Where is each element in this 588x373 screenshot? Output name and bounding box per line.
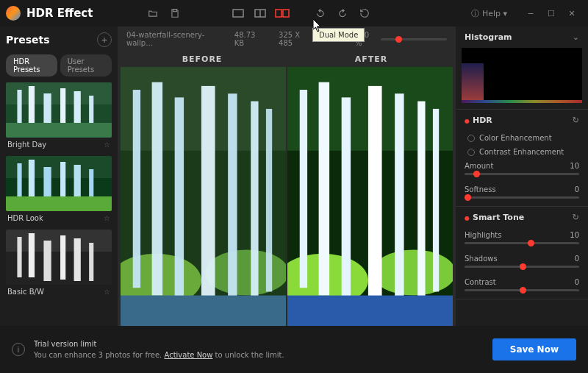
undo-button[interactable] <box>310 4 331 22</box>
svg-rect-43 <box>121 296 286 326</box>
svg-rect-14 <box>6 123 112 138</box>
file-dims: 325 X 485 <box>279 31 312 47</box>
chevron-down-icon: ⌄ <box>573 32 579 42</box>
amount-label: Amount <box>465 162 493 170</box>
preset-item[interactable]: Basic B/W☆ <box>6 230 112 299</box>
add-preset-button[interactable]: + <box>97 32 112 47</box>
center-pane: 04-waterfall-scenery-wallp… 48.73 KB 325… <box>118 26 456 326</box>
app-title: HDR Effect <box>26 7 93 20</box>
svg-rect-27 <box>29 233 35 277</box>
minimize-button[interactable]: ─ <box>520 3 541 24</box>
preset-name: Basic B/W <box>7 288 44 296</box>
softness-label: Softness <box>465 185 496 193</box>
svg-rect-29 <box>60 235 65 280</box>
preset-thumb <box>6 82 112 138</box>
svg-rect-37 <box>152 82 162 296</box>
preset-thumb <box>6 230 112 285</box>
contrast-value: 0 <box>575 278 579 286</box>
contrast-enhancement-option[interactable]: Contrast Enhancement <box>456 145 588 159</box>
trial-text: You can enhance 3 photos for free. <box>34 351 164 359</box>
svg-rect-51 <box>368 86 382 315</box>
softness-value: 0 <box>575 185 579 193</box>
svg-rect-50 <box>342 97 351 303</box>
contrast-label: Contrast <box>465 278 496 286</box>
save-file-button[interactable] <box>165 4 185 22</box>
after-image[interactable] <box>287 67 453 326</box>
preset-name: Bright Day <box>7 141 46 149</box>
favorite-icon[interactable]: ☆ <box>104 288 110 296</box>
svg-rect-55 <box>287 296 453 326</box>
before-image[interactable] <box>121 67 286 326</box>
svg-rect-40 <box>228 93 237 307</box>
hdr-header[interactable]: HDR ↻ <box>456 110 588 131</box>
favorite-icon[interactable]: ☆ <box>104 214 110 222</box>
activate-link[interactable]: Activate Now <box>164 351 212 359</box>
preset-item[interactable]: HDR Look☆ <box>6 156 112 225</box>
reset-button[interactable] <box>354 4 375 22</box>
tooltip: Dual Mode <box>312 28 365 42</box>
shadows-label: Shadows <box>465 255 498 263</box>
close-button[interactable]: ✕ <box>562 3 582 24</box>
svg-rect-52 <box>395 93 404 307</box>
svg-point-47 <box>372 249 453 295</box>
svg-rect-1 <box>233 10 243 17</box>
favorite-icon[interactable]: ☆ <box>104 141 110 149</box>
reset-icon[interactable]: ↻ <box>573 213 579 222</box>
highlights-label: Highlights <box>465 231 501 239</box>
svg-rect-30 <box>74 238 81 281</box>
presets-sidebar: Presets + HDR Presets User Presets Brigh… <box>0 26 118 326</box>
amount-value: 10 <box>570 162 579 170</box>
highlights-value: 10 <box>570 231 579 239</box>
view-dual-button[interactable] <box>272 4 293 22</box>
app-logo <box>6 6 21 21</box>
preset-item[interactable]: Bright Day☆ <box>6 82 112 152</box>
svg-rect-5 <box>283 10 289 17</box>
reset-icon[interactable]: ↻ <box>573 116 579 125</box>
preset-name: HDR Look <box>7 214 43 222</box>
maximize-button[interactable]: ☐ <box>541 3 562 24</box>
tab-hdr-presets[interactable]: HDR Presets <box>6 54 57 77</box>
tab-user-presets[interactable]: User Presets <box>60 54 112 77</box>
svg-rect-31 <box>89 243 93 281</box>
right-panel: Histogram ⌄ HDR ↻ Color Enhancement Cont… <box>456 26 588 326</box>
open-folder-button[interactable] <box>143 4 163 22</box>
svg-rect-42 <box>266 109 272 291</box>
svg-rect-41 <box>251 102 258 299</box>
svg-rect-26 <box>17 237 21 277</box>
svg-point-35 <box>205 249 286 295</box>
title-bar: HDR Effect ⓘ Help ▾ ─ ☐ ✕ <box>0 0 588 26</box>
help-menu[interactable]: ⓘ Help ▾ <box>471 8 507 19</box>
svg-rect-0 <box>173 10 177 12</box>
svg-rect-54 <box>433 109 439 291</box>
svg-rect-23 <box>6 196 112 211</box>
svg-rect-53 <box>417 102 425 299</box>
contrast-slider[interactable] <box>465 289 579 291</box>
bottom-bar: i Trial version limit You can enhance 3 … <box>0 326 588 373</box>
color-enhancement-option[interactable]: Color Enhancement <box>456 131 588 145</box>
svg-rect-38 <box>175 97 184 303</box>
softness-slider[interactable] <box>465 196 579 199</box>
svg-rect-28 <box>43 241 51 281</box>
amount-slider[interactable] <box>465 173 579 175</box>
svg-rect-36 <box>133 90 140 288</box>
shadows-slider[interactable] <box>465 266 579 268</box>
svg-rect-4 <box>276 10 282 17</box>
view-split-button[interactable] <box>250 4 270 22</box>
redo-button[interactable] <box>332 4 353 22</box>
file-size: 48.73 KB <box>234 31 264 47</box>
svg-rect-48 <box>300 90 307 288</box>
histogram-header[interactable]: Histogram ⌄ <box>456 26 588 48</box>
svg-rect-49 <box>319 82 329 296</box>
preset-list: Bright Day☆ HDR Look☆ Basic B/W☆ <box>6 82 112 320</box>
view-single-button[interactable] <box>228 4 248 22</box>
before-label: BEFORE <box>118 54 287 64</box>
info-icon: i <box>12 343 25 356</box>
highlights-slider[interactable] <box>465 242 579 244</box>
zoom-slider[interactable] <box>381 38 447 40</box>
save-now-button[interactable]: Save Now <box>492 338 576 360</box>
preset-thumb <box>6 156 112 211</box>
trial-title: Trial version limit <box>34 338 484 349</box>
smart-tone-header[interactable]: Smart Tone ↻ <box>456 207 588 228</box>
after-label: AFTER <box>287 54 456 64</box>
file-name: 04-waterfall-scenery-wallp… <box>126 31 220 47</box>
